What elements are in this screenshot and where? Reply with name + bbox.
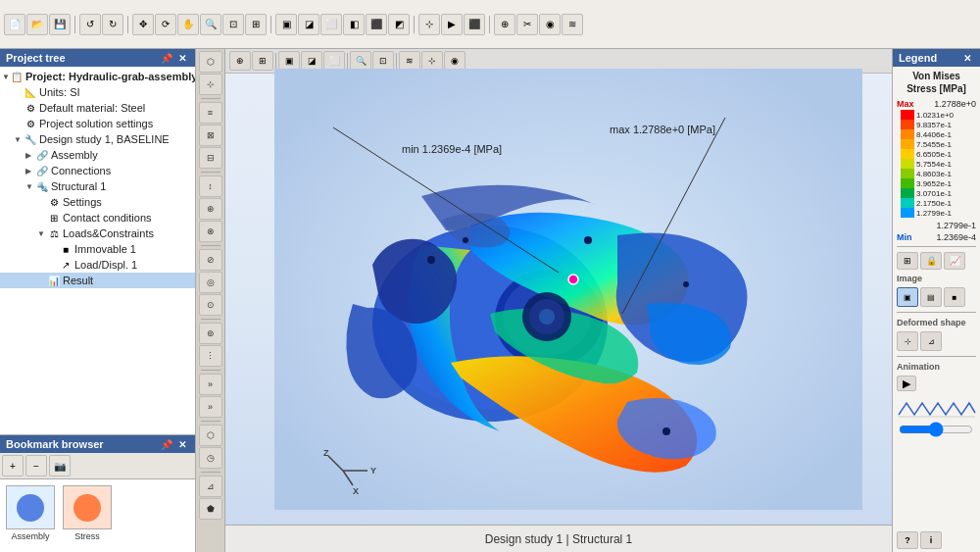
legend-lock-btn[interactable]: 🔒 <box>920 252 942 270</box>
toolbar-btn-undo[interactable]: ↺ <box>79 14 101 35</box>
tree-item-assembly[interactable]: ▶🔗Assembly <box>0 147 195 163</box>
vt-btn-5[interactable]: ⬜ <box>323 51 345 71</box>
tree-item-units[interactable]: 📐Units: SI <box>0 84 195 100</box>
lt-btn-3[interactable]: ≡ <box>199 102 222 124</box>
tree-item-contact[interactable]: ⊞Contact conditions <box>0 210 195 226</box>
lt-btn-17[interactable]: ◷ <box>199 447 222 469</box>
tree-item-material[interactable]: ⚙Default material: Steel <box>0 100 195 116</box>
svg-text:X: X <box>353 486 359 496</box>
toolbar-btn-run[interactable]: ▶ <box>441 14 463 35</box>
lt-btn-11[interactable]: ⊙ <box>199 294 222 316</box>
legend-scale-btn[interactable]: ⊞ <box>897 252 918 270</box>
toolbar-btn-new[interactable]: 📄 <box>4 14 25 35</box>
vt-btn-10[interactable]: ◉ <box>444 51 466 71</box>
legend-close-btn[interactable]: ✕ <box>960 51 974 65</box>
left-toolbar-strip: ⬡ ⊹ ≡ ⊠ ⊟ ↕ ⊕ ⊗ ⊘ ◎ ⊙ ⊚ ⋮ » » ⬡ ◷ ⊿ ⬟ <box>196 49 225 552</box>
bookmark-item-0[interactable]: Assembly <box>6 485 55 552</box>
vt-btn-6[interactable]: 🔍 <box>350 51 371 71</box>
panel-pin-btn[interactable]: 📌 <box>160 51 173 65</box>
lt-btn-2[interactable]: ⊹ <box>199 74 222 95</box>
bookmark-label-1: Stress <box>74 531 100 541</box>
toolbar-btn-view3[interactable]: ⬜ <box>320 14 342 35</box>
lt-btn-18[interactable]: ⊿ <box>199 476 222 497</box>
lt-btn-5[interactable]: ⊟ <box>199 147 222 169</box>
bookmark-del-btn[interactable]: − <box>25 455 47 477</box>
toolbar-btn-isolate[interactable]: ◉ <box>539 14 561 35</box>
deformed-shape-btn-2[interactable]: ⊿ <box>920 331 942 351</box>
bookmark-close-btn[interactable]: ✕ <box>175 437 189 451</box>
lt-btn-14[interactable]: » <box>199 374 222 395</box>
vt-btn-2[interactable]: ⊞ <box>252 51 273 71</box>
toolbar-btn-select[interactable]: ✥ <box>132 14 154 35</box>
deformed-btn-1[interactable]: ▣ <box>897 287 918 307</box>
toolbar-btn-view2[interactable]: ◪ <box>298 14 319 35</box>
tree-item-settings[interactable]: ⚙Settings <box>0 194 195 210</box>
toolbar-btn-fit[interactable]: ⊞ <box>245 14 267 35</box>
toolbar-btn-probe[interactable]: ⊕ <box>494 14 515 35</box>
bookmark-cam-btn[interactable]: 📷 <box>49 455 71 477</box>
animation-play-btn[interactable]: ▶ <box>897 376 916 391</box>
lt-btn-19[interactable]: ⬟ <box>199 498 222 520</box>
tree-item-structural1[interactable]: ▼🔩Structural 1 <box>0 178 195 194</box>
lt-btn-1[interactable]: ⬡ <box>199 51 222 73</box>
bookmark-pin-btn[interactable]: 📌 <box>160 437 173 451</box>
toolbar-btn-zoombox[interactable]: ⊡ <box>222 14 244 35</box>
toolbar-btn-open[interactable]: 📂 <box>26 14 48 35</box>
vt-btn-3[interactable]: ▣ <box>278 51 300 71</box>
lt-btn-7[interactable]: ⊕ <box>199 198 222 220</box>
info-button[interactable]: i <box>920 531 942 549</box>
lt-btn-8[interactable]: ⊗ <box>199 221 222 242</box>
toolbar-btn-rotate[interactable]: ⟳ <box>155 14 176 35</box>
tree-item-result[interactable]: 📊Result <box>0 273 195 288</box>
vt-btn-8[interactable]: ≋ <box>399 51 420 71</box>
tree-item-project[interactable]: ▼📋Project: Hydraulic-grab-assembly <box>0 69 195 84</box>
tree-item-loads[interactable]: ▼⚖Loads&Constraints <box>0 226 195 241</box>
animation-slider[interactable] <box>899 423 973 436</box>
panel-close-btn[interactable]: ✕ <box>175 51 189 65</box>
tree-item-connections[interactable]: ▶🔗Connections <box>0 163 195 178</box>
bookmark-add-btn[interactable]: + <box>2 455 24 477</box>
toolbar-btn-contour[interactable]: ≋ <box>562 14 583 35</box>
vt-btn-1[interactable]: ⊕ <box>229 51 251 71</box>
legend-graph-btn[interactable]: 📈 <box>944 252 965 270</box>
vt-btn-7[interactable]: ⊡ <box>372 51 394 71</box>
tree-item-design1[interactable]: ▼🔧Design study 1, BASELINE <box>0 131 195 147</box>
toolbar-btn-section[interactable]: ✂ <box>516 14 538 35</box>
model-3d-view[interactable]: Z Y X <box>274 69 862 510</box>
tree-item-immovable[interactable]: ■Immovable 1 <box>0 241 195 257</box>
legend-swatch-6 <box>901 169 914 178</box>
tree-icon-design: 🔧 <box>24 132 37 146</box>
lt-btn-6[interactable]: ↕ <box>199 176 222 197</box>
deformed-btn-2[interactable]: ▤ <box>920 287 942 307</box>
toolbar-btn-pan[interactable]: ✋ <box>177 14 199 35</box>
toolbar-btn-view1[interactable]: ▣ <box>275 14 297 35</box>
toolbar-btn-redo[interactable]: ↻ <box>102 14 123 35</box>
toolbar-btn-view6[interactable]: ◩ <box>388 14 410 35</box>
toolbar-btn-view5[interactable]: ⬛ <box>366 14 387 35</box>
toolbar-btn-save[interactable]: 💾 <box>49 14 71 35</box>
tree-item-solution[interactable]: ⚙Project solution settings <box>0 116 195 131</box>
deformed-shape-btn-1[interactable]: ⊹ <box>897 331 918 351</box>
toolbar-btn-view4[interactable]: ◧ <box>343 14 365 35</box>
tree-item-load[interactable]: ↗Load/Displ. 1 <box>0 257 195 273</box>
vt-btn-9[interactable]: ⊹ <box>421 51 443 71</box>
lt-btn-13[interactable]: ⋮ <box>199 345 222 367</box>
bookmark-item-1[interactable]: Stress <box>63 485 112 552</box>
svg-point-13 <box>584 236 592 244</box>
lt-sep-3 <box>201 245 220 246</box>
vt-btn-4[interactable]: ◪ <box>301 51 322 71</box>
deformed-btn-3[interactable]: ■ <box>944 287 965 307</box>
lt-btn-16[interactable]: ⬡ <box>199 425 222 446</box>
lt-btn-12[interactable]: ⊚ <box>199 323 222 344</box>
toolbar-btn-mesh[interactable]: ⊹ <box>418 14 440 35</box>
lt-btn-9[interactable]: ⊘ <box>199 249 222 271</box>
tree-label-load: Load/Displ. 1 <box>74 259 137 271</box>
toolbar-btn-stop[interactable]: ⬛ <box>464 14 485 35</box>
lt-btn-4[interactable]: ⊠ <box>199 125 222 146</box>
help-button[interactable]: ? <box>897 531 918 549</box>
toolbar-btn-zoom[interactable]: 🔍 <box>200 14 221 35</box>
legend-val-10: 1.2799e-1 <box>916 209 952 218</box>
lt-btn-15[interactable]: » <box>199 396 222 418</box>
center-viewport[interactable]: ⊕ ⊞ ▣ ◪ ⬜ 🔍 ⊡ ≋ ⊹ ◉ <box>225 49 892 552</box>
lt-btn-10[interactable]: ◎ <box>199 272 222 293</box>
